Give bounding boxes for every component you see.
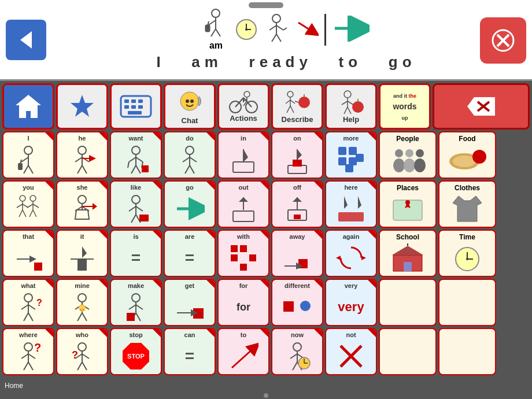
cell-not[interactable]: not xyxy=(325,328,377,375)
svg-rect-152 xyxy=(231,245,238,252)
nav-words[interactable]: and it the words up xyxy=(379,83,431,130)
svg-point-121 xyxy=(78,195,86,204)
cat-food-icon xyxy=(447,144,487,175)
cat-people[interactable]: People xyxy=(379,131,437,179)
cell-is[interactable]: is = xyxy=(110,230,162,277)
svg-rect-28 xyxy=(131,99,136,103)
word-I-text: I xyxy=(156,53,165,71)
cell-out[interactable]: out xyxy=(217,180,269,228)
cell-to[interactable]: to xyxy=(217,328,269,375)
word-go-text: go xyxy=(389,53,416,71)
cell-she[interactable]: she xyxy=(56,180,108,228)
cell-make[interactable]: make xyxy=(110,279,162,326)
svg-line-94 xyxy=(185,165,190,173)
svg-text:?: ? xyxy=(34,341,41,354)
cell-on[interactable]: on xyxy=(271,131,323,179)
svg-marker-123 xyxy=(75,210,89,219)
nav-chat[interactable]: Chat xyxy=(164,83,216,130)
cell-go[interactable]: go xyxy=(164,180,216,228)
nav-help[interactable]: Help xyxy=(325,83,377,130)
svg-marker-79 xyxy=(89,155,96,162)
words-content: and it the words up xyxy=(393,91,416,122)
cell-now[interactable]: now xyxy=(271,328,323,375)
cell-is-label: is xyxy=(133,233,138,240)
cell-who[interactable]: who ? xyxy=(56,328,108,375)
svg-rect-32 xyxy=(138,105,143,109)
svg-rect-143 xyxy=(338,212,364,221)
svg-line-18 xyxy=(283,28,287,30)
nav-keyboard[interactable] xyxy=(110,83,162,130)
actions-label: Actions xyxy=(230,114,257,123)
svg-line-7 xyxy=(216,29,220,36)
cat-school[interactable]: School xyxy=(379,230,437,277)
cell-want[interactable]: want xyxy=(110,131,162,179)
cell-here-icon xyxy=(328,192,374,226)
svg-line-114 xyxy=(23,210,26,217)
cell-are[interactable]: are = xyxy=(164,230,216,277)
svg-line-60 xyxy=(348,107,351,114)
svg-line-193 xyxy=(28,354,35,359)
svg-rect-89 xyxy=(142,165,149,172)
cell-away[interactable]: away xyxy=(271,230,323,277)
sentence-divider xyxy=(324,14,326,46)
nav-favorites[interactable] xyxy=(56,83,108,130)
cell-very[interactable]: very very xyxy=(325,279,377,326)
cell-more[interactable]: more xyxy=(325,131,377,179)
cell-in[interactable]: in xyxy=(217,131,269,179)
cell-like[interactable]: like xyxy=(110,180,162,228)
close-button[interactable] xyxy=(480,17,526,64)
cell-I[interactable]: I xyxy=(2,131,54,179)
svg-rect-103 xyxy=(338,147,346,155)
cell-mine[interactable]: mine xyxy=(56,279,108,326)
cell-you-label: you xyxy=(23,184,34,191)
nav-actions[interactable]: Actions xyxy=(217,83,269,130)
cell-now-icon xyxy=(274,339,320,373)
cell-that[interactable]: that xyxy=(2,230,54,277)
cell-again[interactable]: again xyxy=(325,230,377,277)
cell-want-icon xyxy=(113,143,159,176)
cell-for[interactable]: for for xyxy=(217,279,269,326)
cell-what[interactable]: what ? xyxy=(2,279,54,326)
svg-line-92 xyxy=(183,157,190,162)
cell-stop[interactable]: stop STOP xyxy=(110,328,162,375)
nav-home[interactable] xyxy=(2,83,54,130)
cell-he[interactable]: he xyxy=(56,131,108,179)
cat-time[interactable]: Time xyxy=(438,230,496,277)
cell-more-icon xyxy=(328,143,374,176)
svg-line-50 xyxy=(287,106,290,113)
cell-do[interactable]: do xyxy=(164,131,216,179)
svg-point-81 xyxy=(132,146,140,154)
cell-it[interactable]: it xyxy=(56,230,108,277)
svg-point-55 xyxy=(344,91,351,98)
cell-off-icon xyxy=(274,192,320,226)
cell-off[interactable]: off xyxy=(271,180,323,228)
cat-clothes[interactable]: Clothes xyxy=(438,180,496,228)
nav-describe[interactable]: Describe xyxy=(271,83,323,130)
svg-point-236 xyxy=(466,258,468,260)
cell-where[interactable]: where ? xyxy=(2,328,54,375)
home-label: Home xyxy=(5,382,23,390)
svg-point-46 xyxy=(287,91,293,97)
svg-line-85 xyxy=(136,157,143,162)
cell-with[interactable]: with xyxy=(217,230,269,277)
svg-line-15 xyxy=(276,25,283,30)
cell-here[interactable]: here xyxy=(325,180,377,228)
svg-rect-155 xyxy=(249,254,256,261)
cell-to-label: to xyxy=(241,331,246,338)
svg-line-83 xyxy=(129,157,136,162)
cell-different[interactable]: different xyxy=(271,279,323,326)
svg-line-95 xyxy=(190,165,194,173)
cell-get[interactable]: get xyxy=(164,279,216,326)
cat-places[interactable]: Places xyxy=(379,180,437,228)
back-button[interactable] xyxy=(6,20,46,60)
cell-can[interactable]: can = xyxy=(164,328,216,375)
cell-you[interactable]: you xyxy=(2,180,54,228)
nav-backspace[interactable] xyxy=(433,83,530,130)
svg-marker-160 xyxy=(361,256,366,260)
cell-where-icon: ? xyxy=(5,339,51,373)
svg-marker-147 xyxy=(29,256,36,263)
svg-point-1 xyxy=(212,9,220,17)
svg-line-59 xyxy=(344,107,348,114)
cat-food[interactable]: Food xyxy=(438,131,496,179)
dot-indicator xyxy=(264,393,268,398)
